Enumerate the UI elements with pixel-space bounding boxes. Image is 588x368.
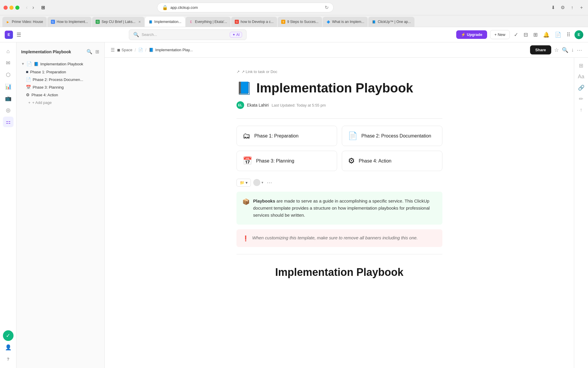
divider-top <box>236 118 442 119</box>
phase-card-1[interactable]: 🗂 Phase 1: Preparation <box>236 126 337 146</box>
sidebar-item-status[interactable]: ✓ <box>3 330 14 341</box>
phase-grid: 🗂 Phase 1: Preparation 📄 Phase 2: Proces… <box>236 126 442 171</box>
workspace-avatar[interactable]: E <box>5 31 13 39</box>
tab-everything[interactable]: E Everything | Ekata'... <box>186 17 231 27</box>
phase4-card-title: Phase 4: Action <box>359 158 392 164</box>
tab-clickup[interactable]: 📘 ClickUp™ | One ap... <box>368 17 414 27</box>
share-icon[interactable]: ↑ <box>569 5 575 11</box>
tab-label-8: What is an Implem... <box>332 20 364 24</box>
callout-body: are made to serve as a guide in accompli… <box>253 198 430 218</box>
check-icon-btn[interactable]: ✓ <box>513 30 519 39</box>
doc-icon-btn[interactable]: 📄 <box>554 30 562 39</box>
ai-badge[interactable]: ✦ AI <box>230 32 242 38</box>
address-bar[interactable]: 🔒 app.clickup.com ↻ <box>157 3 334 12</box>
sidebar-item-inbox[interactable]: ✉ <box>3 58 14 68</box>
share-button[interactable]: Share <box>530 45 551 54</box>
tab-9-steps[interactable]: 9 9 Steps to Succes... <box>278 17 322 27</box>
doc-tree: ▼ 📄 📘 Implementation Playbook ■ Phase 1:… <box>16 60 104 107</box>
phase1-icon: ■ <box>26 69 28 74</box>
doc-tree-root[interactable]: ▼ 📄 📘 Implementation Playbook <box>19 60 102 68</box>
star-icon[interactable]: ☆ <box>554 47 559 53</box>
add-page-button[interactable]: + + Add page <box>19 99 102 107</box>
tab-sep-cu[interactable]: G Sep CU Brief | Laks... × <box>92 17 144 27</box>
reload-icon[interactable]: ↻ <box>325 5 329 10</box>
new-tab-icon[interactable]: + <box>579 5 584 11</box>
tab-implementation[interactable]: 📘 Implementation... <box>145 17 185 27</box>
layout-icon-btn[interactable]: ⊞ <box>532 30 539 39</box>
apps-icon-btn[interactable]: ⠿ <box>565 30 572 39</box>
tab-label-5: Everything | Ekata'... <box>195 20 227 24</box>
grid-icon-btn[interactable]: ⊟ <box>522 30 529 39</box>
upgrade-button[interactable]: ⚡ Upgrade <box>456 30 487 39</box>
user-avatar[interactable]: E <box>574 30 583 39</box>
tab-favicon-1: ▶ <box>6 20 10 24</box>
toolbar-search: 🔍 Search... ✦ AI <box>129 29 246 40</box>
phase3-label: Phase 3: Planning <box>33 85 64 89</box>
maximize-btn[interactable] <box>15 6 19 10</box>
tab-favicon-6: G <box>235 20 239 24</box>
sidebar-item-spaces[interactable]: ⚏ <box>3 117 14 127</box>
more-icon[interactable]: ⋯ <box>577 47 582 53</box>
right-panel: ⊞ Aa 🔗 ✏ ↑ <box>574 58 588 368</box>
close-btn[interactable] <box>4 6 8 10</box>
search-box[interactable]: 🔍 Search... ✦ AI <box>129 29 246 40</box>
search-doc-icon[interactable]: 🔍 <box>562 47 568 53</box>
tab-favicon-8: 🔷 <box>326 20 330 24</box>
download-icon[interactable]: ⬇ <box>550 5 556 11</box>
right-panel-icon[interactable]: ⊞ <box>579 62 583 69</box>
phase2-card-title: Phase 2: Process Documentation <box>362 133 431 139</box>
phase-card-4[interactable]: ⚙ Phase 4: Action <box>342 151 442 171</box>
add-icon: + <box>28 100 31 105</box>
search-placeholder: Search... <box>141 32 157 37</box>
toolbar-more-button[interactable]: ⋯ <box>266 178 273 187</box>
phase-card-2[interactable]: 📄 Phase 2: Process Documentation <box>342 126 442 146</box>
right-link-icon[interactable]: 🔗 <box>578 84 584 91</box>
author-name: Ekata Lahiri <box>247 103 269 107</box>
callout-bold: Playbooks <box>253 198 275 203</box>
tab-prime-video[interactable]: ▶ Prime Video: House <box>2 17 47 27</box>
browser-controls <box>4 6 19 10</box>
forward-button[interactable]: › <box>31 4 36 11</box>
sidebar-toggle-button[interactable]: ☰ <box>15 30 22 39</box>
export-icon[interactable]: ↓ <box>571 47 574 53</box>
sidebar-item-goals[interactable]: ◎ <box>3 105 14 115</box>
phase-card-3[interactable]: 📅 Phase 3: Planning <box>236 151 337 171</box>
tab-what-is[interactable]: 🔷 What is an Implem... <box>323 17 368 27</box>
sidebar-item-reports[interactable]: 📊 <box>3 81 14 92</box>
back-button[interactable]: ‹ <box>24 4 29 11</box>
content-wrapper: ↗ ↗ Link to task or Doc 📘 Implementation… <box>105 58 588 368</box>
toolbar-dropdown-folder[interactable]: 📁 ▾ <box>236 179 251 187</box>
doc-tree-phase4[interactable]: ⚙ Phase 4: Action <box>19 91 102 99</box>
layout-docs-icon[interactable]: ⊞ <box>95 48 100 55</box>
new-button[interactable]: + New <box>490 30 510 39</box>
breadcrumb-doctype[interactable]: 📄 <box>138 48 143 52</box>
browser-actions: ⬇ ⚙ ↑ + <box>550 5 584 11</box>
breadcrumb-space[interactable]: ◼ Space <box>117 48 132 52</box>
collapse-sidebar-btn[interactable]: ☰ <box>111 47 115 53</box>
doc-tree-phase3[interactable]: 📅 Phase 3: Planning <box>19 83 102 91</box>
tab-how-develop[interactable]: G how to Develop a c... <box>231 17 277 27</box>
sidebar-item-help[interactable]: ? <box>3 354 14 364</box>
search-docs-icon[interactable]: 🔍 <box>86 48 93 55</box>
sidebar-item-home[interactable]: ⌂ <box>3 46 14 57</box>
toolbar-color-dropdown[interactable]: ▾ <box>253 179 263 186</box>
tab-close-3[interactable]: × <box>138 19 141 24</box>
tree-expand-arrow: ▼ <box>21 62 25 66</box>
author-avatar: EL <box>236 101 244 109</box>
bell-icon-btn[interactable]: 🔔 <box>542 30 551 39</box>
settings-icon[interactable]: ⚙ <box>560 5 566 11</box>
sidebar-item-projects[interactable]: ⬡ <box>3 69 14 80</box>
right-export-icon[interactable]: ↑ <box>580 107 582 113</box>
link-to-task[interactable]: ↗ ↗ Link to task or Doc <box>236 69 442 74</box>
callout-green: 📦 Playbooks are made to serve as a guide… <box>236 192 442 225</box>
sidebar-item-user[interactable]: 👤 <box>3 342 14 353</box>
link-to-task-label: ↗ Link to task or Doc <box>241 69 277 74</box>
tab-how-to[interactable]: G How to Implement... <box>47 17 92 27</box>
tab-grid-icon[interactable]: ⊞ <box>38 3 48 12</box>
doc-tree-phase1[interactable]: ■ Phase 1: Preparation <box>19 68 102 76</box>
minimize-btn[interactable] <box>9 6 14 10</box>
sidebar-item-dashboard[interactable]: 📺 <box>3 93 14 104</box>
doc-tree-phase2[interactable]: 📄 Phase 2: Process Documen... <box>19 76 102 83</box>
right-edit-icon[interactable]: ✏ <box>579 96 583 102</box>
right-font-icon[interactable]: Aa <box>578 74 584 80</box>
